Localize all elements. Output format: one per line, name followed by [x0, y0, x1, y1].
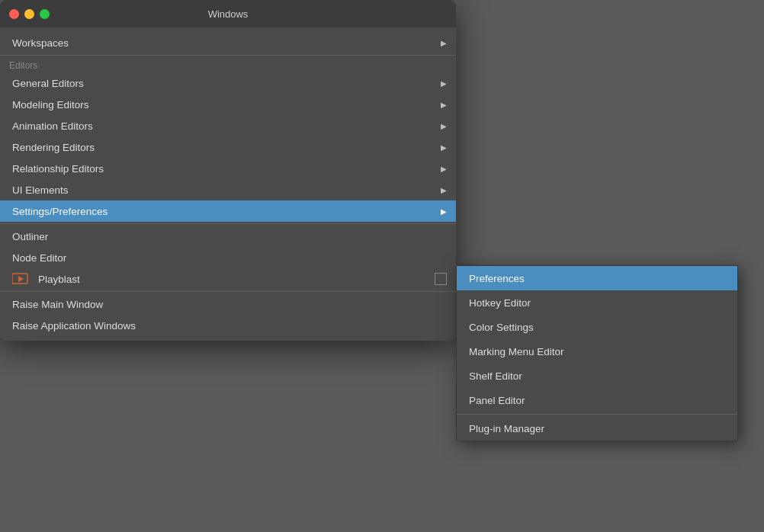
title-bar: Windows [0, 0, 456, 27]
submenu-item-shelf-editor[interactable]: Shelf Editor [457, 364, 737, 388]
arrow-icon: ▶ [441, 207, 447, 216]
separator-bottom [0, 223, 456, 224]
separator-raise [0, 291, 456, 292]
menu-item-settings-preferences[interactable]: Settings/Preferences ▶ [0, 200, 456, 222]
relationship-editors-label: Relationship Editors [12, 163, 104, 175]
minimize-button[interactable] [24, 9, 34, 19]
menu-item-animation-editors[interactable]: Animation Editors ▶ [0, 115, 456, 136]
panel-editor-label: Panel Editor [469, 395, 525, 406]
submenu-item-plugin-manager[interactable]: Plug-in Manager [457, 416, 737, 441]
menu-item-general-editors[interactable]: General Editors ▶ [0, 72, 456, 94]
general-editors-label: General Editors [12, 78, 84, 89]
playblast-label: Playblast [38, 274, 80, 285]
arrow-icon: ▶ [441, 186, 447, 194]
playblast-checkbox[interactable] [435, 273, 447, 285]
arrow-icon: ▶ [441, 165, 447, 173]
separator-editors-top [0, 55, 456, 56]
hotkey-editor-label: Hotkey Editor [469, 297, 531, 309]
submenu-item-marking-menu-editor[interactable]: Marking Menu Editor [457, 339, 737, 364]
submenu-separator [457, 414, 737, 415]
menu-item-node-editor[interactable]: Node Editor [0, 247, 456, 268]
playblast-left: Playblast [12, 273, 80, 285]
menu-item-modeling-editors[interactable]: Modeling Editors ▶ [0, 94, 456, 115]
submenu-item-panel-editor[interactable]: Panel Editor [457, 388, 737, 412]
arrow-icon: ▶ [441, 79, 447, 88]
menu-list: Workspaces ▶ Editors General Editors ▶ M… [0, 27, 456, 341]
traffic-lights [9, 9, 50, 19]
main-window: Windows Workspaces ▶ Editors General Edi… [0, 0, 456, 341]
maximize-button[interactable] [40, 9, 50, 19]
menu-item-raise-application-windows[interactable]: Raise Application Windows [0, 315, 456, 336]
editors-section-label: Editors [0, 57, 456, 72]
svg-marker-1 [18, 276, 24, 282]
submenu-item-preferences[interactable]: Preferences [457, 266, 737, 290]
animation-editors-label: Animation Editors [12, 120, 93, 132]
preferences-label: Preferences [469, 273, 525, 284]
menu-item-raise-main-window[interactable]: Raise Main Window [0, 293, 456, 315]
menu-item-ui-elements[interactable]: UI Elements ▶ [0, 179, 456, 200]
raise-application-windows-label: Raise Application Windows [12, 320, 136, 332]
rendering-editors-label: Rendering Editors [12, 142, 95, 153]
plugin-manager-label: Plug-in Manager [469, 423, 544, 434]
playblast-icon [12, 273, 29, 285]
outliner-label: Outliner [12, 231, 48, 242]
workspaces-label: Workspaces [12, 37, 69, 49]
submenu-settings-preferences: Preferences Hotkey Editor Color Settings… [456, 265, 738, 441]
menu-item-outliner[interactable]: Outliner [0, 226, 456, 247]
raise-main-window-label: Raise Main Window [12, 299, 103, 310]
shelf-editor-label: Shelf Editor [469, 370, 522, 382]
arrow-icon: ▶ [441, 101, 447, 109]
marking-menu-editor-label: Marking Menu Editor [469, 346, 564, 357]
menu-item-rendering-editors[interactable]: Rendering Editors ▶ [0, 136, 456, 158]
window-title: Windows [208, 8, 249, 20]
submenu-item-color-settings[interactable]: Color Settings [457, 315, 737, 339]
menu-item-workspaces[interactable]: Workspaces ▶ [0, 32, 456, 53]
settings-preferences-label: Settings/Preferences [12, 206, 108, 217]
arrow-icon: ▶ [441, 122, 447, 130]
modeling-editors-label: Modeling Editors [12, 99, 89, 111]
menu-item-playblast[interactable]: Playblast [0, 268, 456, 290]
arrow-icon: ▶ [441, 143, 447, 152]
menu-item-relationship-editors[interactable]: Relationship Editors ▶ [0, 158, 456, 179]
node-editor-label: Node Editor [12, 252, 66, 264]
ui-elements-label: UI Elements [12, 184, 69, 196]
submenu-item-hotkey-editor[interactable]: Hotkey Editor [457, 290, 737, 315]
color-settings-label: Color Settings [469, 322, 534, 333]
close-button[interactable] [9, 9, 19, 19]
arrow-icon: ▶ [441, 39, 447, 47]
